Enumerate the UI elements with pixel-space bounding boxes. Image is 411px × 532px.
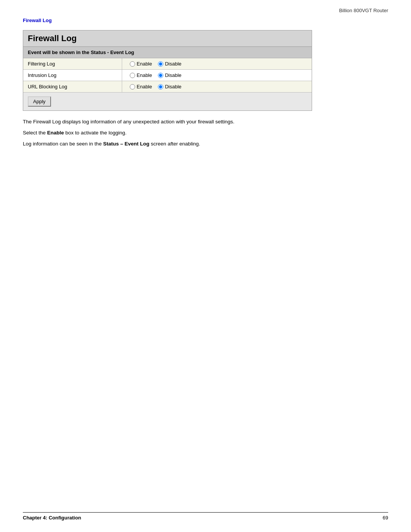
intrusion-log-controls: Enable Disable: [122, 70, 189, 81]
filtering-disable-label: Disable: [165, 61, 181, 67]
firewall-panel: Firewall Log Event will be shown in the …: [23, 30, 312, 111]
url-blocking-disable-radio[interactable]: [158, 84, 163, 89]
brand-label: Billion 800VGT Router: [23, 8, 388, 13]
desc-3: Log information can be seen in the Statu…: [23, 140, 327, 149]
filtering-log-label: Filtering Log: [23, 58, 122, 69]
intrusion-enable-option[interactable]: Enable: [130, 72, 152, 78]
url-blocking-log-controls: Enable Disable: [122, 81, 189, 92]
intrusion-disable-option[interactable]: Disable: [158, 72, 181, 78]
filtering-enable-label: Enable: [137, 61, 152, 67]
desc-2: Select the Enable box to activate the lo…: [23, 129, 327, 137]
desc-1: The Firewall Log displays log informatio…: [23, 118, 327, 126]
url-blocking-disable-label: Disable: [165, 84, 181, 89]
intrusion-enable-radio[interactable]: [130, 73, 135, 78]
panel-title-bar: Firewall Log: [23, 30, 312, 47]
url-blocking-log-label: URL Blocking Log: [23, 81, 122, 92]
footer-page-number: 69: [383, 515, 388, 521]
intrusion-log-label: Intrusion Log: [23, 70, 122, 81]
desc-2-bold: Enable: [47, 130, 64, 136]
url-blocking-enable-label: Enable: [137, 84, 152, 89]
filtering-enable-radio[interactable]: [130, 61, 135, 67]
description-section: The Firewall Log displays log informatio…: [23, 118, 327, 149]
intrusion-enable-label: Enable: [137, 72, 152, 78]
intrusion-log-row: Intrusion Log Enable Disable: [23, 70, 312, 81]
panel-title: Firewall Log: [28, 34, 307, 43]
url-blocking-enable-option[interactable]: Enable: [130, 84, 152, 89]
url-blocking-disable-option[interactable]: Disable: [158, 84, 181, 89]
desc-3-bold: Status – Event Log: [103, 141, 150, 147]
filtering-disable-option[interactable]: Disable: [158, 61, 181, 67]
filtering-log-controls: Enable Disable: [122, 58, 189, 69]
filtering-disable-radio[interactable]: [158, 61, 163, 67]
apply-row: Apply: [23, 93, 312, 110]
footer-chapter: Chapter 4: Configuration: [23, 515, 81, 521]
url-blocking-enable-radio[interactable]: [130, 84, 135, 89]
event-header: Event will be shown in the Status - Even…: [23, 47, 312, 58]
filtering-enable-option[interactable]: Enable: [130, 61, 152, 67]
intrusion-disable-label: Disable: [165, 72, 181, 78]
page-footer: Chapter 4: Configuration 69: [23, 512, 388, 521]
filtering-log-row: Filtering Log Enable Disable: [23, 58, 312, 70]
apply-button[interactable]: Apply: [28, 96, 51, 107]
url-blocking-log-row: URL Blocking Log Enable Disable: [23, 81, 312, 93]
breadcrumb-link[interactable]: Firewall Log: [23, 18, 52, 23]
intrusion-disable-radio[interactable]: [158, 73, 163, 78]
